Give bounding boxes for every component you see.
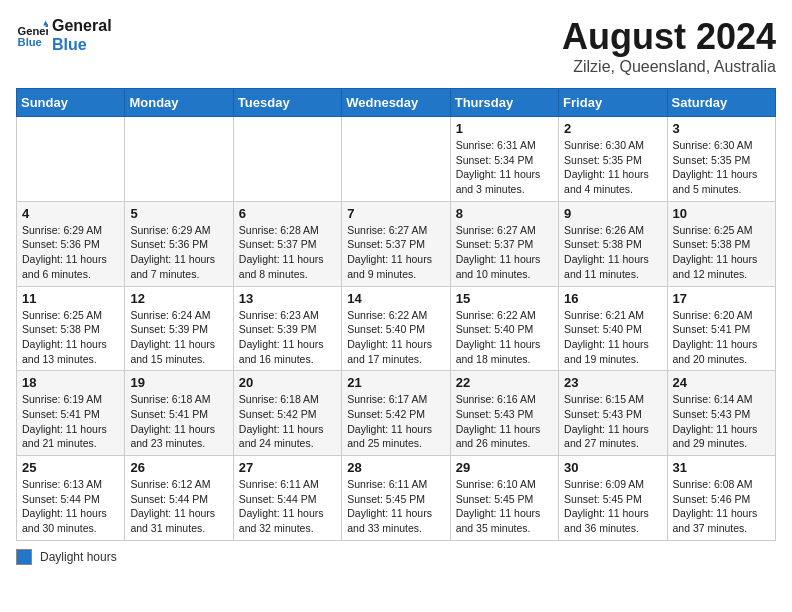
logo: General Blue General Blue — [16, 16, 112, 54]
calendar-cell: 15Sunrise: 6:22 AM Sunset: 5:40 PM Dayli… — [450, 286, 558, 371]
day-number: 15 — [456, 291, 553, 306]
calendar-cell: 29Sunrise: 6:10 AM Sunset: 5:45 PM Dayli… — [450, 456, 558, 541]
day-info: Sunrise: 6:09 AM Sunset: 5:45 PM Dayligh… — [564, 477, 661, 536]
day-info: Sunrise: 6:25 AM Sunset: 5:38 PM Dayligh… — [22, 308, 119, 367]
logo-icon: General Blue — [16, 19, 48, 51]
day-info: Sunrise: 6:14 AM Sunset: 5:43 PM Dayligh… — [673, 392, 770, 451]
day-number: 18 — [22, 375, 119, 390]
day-number: 21 — [347, 375, 444, 390]
day-header-tuesday: Tuesday — [233, 89, 341, 117]
day-info: Sunrise: 6:31 AM Sunset: 5:34 PM Dayligh… — [456, 138, 553, 197]
day-number: 31 — [673, 460, 770, 475]
calendar-week-row: 4Sunrise: 6:29 AM Sunset: 5:36 PM Daylig… — [17, 201, 776, 286]
calendar-cell: 2Sunrise: 6:30 AM Sunset: 5:35 PM Daylig… — [559, 117, 667, 202]
calendar-table: SundayMondayTuesdayWednesdayThursdayFrid… — [16, 88, 776, 541]
calendar-cell — [125, 117, 233, 202]
page-header: General Blue General Blue August 2024 Zi… — [16, 16, 776, 76]
calendar-cell: 11Sunrise: 6:25 AM Sunset: 5:38 PM Dayli… — [17, 286, 125, 371]
calendar-cell: 17Sunrise: 6:20 AM Sunset: 5:41 PM Dayli… — [667, 286, 775, 371]
day-info: Sunrise: 6:10 AM Sunset: 5:45 PM Dayligh… — [456, 477, 553, 536]
calendar-cell: 8Sunrise: 6:27 AM Sunset: 5:37 PM Daylig… — [450, 201, 558, 286]
day-number: 17 — [673, 291, 770, 306]
day-info: Sunrise: 6:08 AM Sunset: 5:46 PM Dayligh… — [673, 477, 770, 536]
day-number: 30 — [564, 460, 661, 475]
logo-text-blue: Blue — [52, 35, 112, 54]
day-info: Sunrise: 6:25 AM Sunset: 5:38 PM Dayligh… — [673, 223, 770, 282]
day-info: Sunrise: 6:30 AM Sunset: 5:35 PM Dayligh… — [673, 138, 770, 197]
day-info: Sunrise: 6:20 AM Sunset: 5:41 PM Dayligh… — [673, 308, 770, 367]
day-info: Sunrise: 6:30 AM Sunset: 5:35 PM Dayligh… — [564, 138, 661, 197]
day-number: 25 — [22, 460, 119, 475]
calendar-cell: 19Sunrise: 6:18 AM Sunset: 5:41 PM Dayli… — [125, 371, 233, 456]
calendar-cell: 6Sunrise: 6:28 AM Sunset: 5:37 PM Daylig… — [233, 201, 341, 286]
month-title: August 2024 — [562, 16, 776, 58]
logo-text-general: General — [52, 16, 112, 35]
day-info: Sunrise: 6:26 AM Sunset: 5:38 PM Dayligh… — [564, 223, 661, 282]
calendar-cell: 25Sunrise: 6:13 AM Sunset: 5:44 PM Dayli… — [17, 456, 125, 541]
day-info: Sunrise: 6:13 AM Sunset: 5:44 PM Dayligh… — [22, 477, 119, 536]
day-number: 28 — [347, 460, 444, 475]
calendar-week-row: 1Sunrise: 6:31 AM Sunset: 5:34 PM Daylig… — [17, 117, 776, 202]
day-info: Sunrise: 6:17 AM Sunset: 5:42 PM Dayligh… — [347, 392, 444, 451]
calendar-cell: 1Sunrise: 6:31 AM Sunset: 5:34 PM Daylig… — [450, 117, 558, 202]
day-info: Sunrise: 6:27 AM Sunset: 5:37 PM Dayligh… — [347, 223, 444, 282]
day-info: Sunrise: 6:29 AM Sunset: 5:36 PM Dayligh… — [22, 223, 119, 282]
day-info: Sunrise: 6:29 AM Sunset: 5:36 PM Dayligh… — [130, 223, 227, 282]
day-number: 23 — [564, 375, 661, 390]
calendar-cell: 9Sunrise: 6:26 AM Sunset: 5:38 PM Daylig… — [559, 201, 667, 286]
day-info: Sunrise: 6:18 AM Sunset: 5:42 PM Dayligh… — [239, 392, 336, 451]
calendar-week-row: 25Sunrise: 6:13 AM Sunset: 5:44 PM Dayli… — [17, 456, 776, 541]
day-number: 24 — [673, 375, 770, 390]
day-info: Sunrise: 6:16 AM Sunset: 5:43 PM Dayligh… — [456, 392, 553, 451]
day-info: Sunrise: 6:18 AM Sunset: 5:41 PM Dayligh… — [130, 392, 227, 451]
calendar-cell — [342, 117, 450, 202]
calendar-cell: 20Sunrise: 6:18 AM Sunset: 5:42 PM Dayli… — [233, 371, 341, 456]
calendar-cell: 22Sunrise: 6:16 AM Sunset: 5:43 PM Dayli… — [450, 371, 558, 456]
day-info: Sunrise: 6:22 AM Sunset: 5:40 PM Dayligh… — [347, 308, 444, 367]
day-info: Sunrise: 6:15 AM Sunset: 5:43 PM Dayligh… — [564, 392, 661, 451]
calendar-cell: 26Sunrise: 6:12 AM Sunset: 5:44 PM Dayli… — [125, 456, 233, 541]
day-header-monday: Monday — [125, 89, 233, 117]
day-info: Sunrise: 6:19 AM Sunset: 5:41 PM Dayligh… — [22, 392, 119, 451]
day-number: 2 — [564, 121, 661, 136]
day-number: 12 — [130, 291, 227, 306]
calendar-cell: 27Sunrise: 6:11 AM Sunset: 5:44 PM Dayli… — [233, 456, 341, 541]
calendar-cell: 12Sunrise: 6:24 AM Sunset: 5:39 PM Dayli… — [125, 286, 233, 371]
day-number: 29 — [456, 460, 553, 475]
day-number: 19 — [130, 375, 227, 390]
calendar-cell: 24Sunrise: 6:14 AM Sunset: 5:43 PM Dayli… — [667, 371, 775, 456]
day-info: Sunrise: 6:22 AM Sunset: 5:40 PM Dayligh… — [456, 308, 553, 367]
calendar-week-row: 11Sunrise: 6:25 AM Sunset: 5:38 PM Dayli… — [17, 286, 776, 371]
day-number: 11 — [22, 291, 119, 306]
calendar-cell: 7Sunrise: 6:27 AM Sunset: 5:37 PM Daylig… — [342, 201, 450, 286]
calendar-cell: 10Sunrise: 6:25 AM Sunset: 5:38 PM Dayli… — [667, 201, 775, 286]
location: Zilzie, Queensland, Australia — [562, 58, 776, 76]
day-number: 9 — [564, 206, 661, 221]
calendar-cell — [17, 117, 125, 202]
calendar-cell: 21Sunrise: 6:17 AM Sunset: 5:42 PM Dayli… — [342, 371, 450, 456]
day-info: Sunrise: 6:23 AM Sunset: 5:39 PM Dayligh… — [239, 308, 336, 367]
day-header-sunday: Sunday — [17, 89, 125, 117]
day-header-saturday: Saturday — [667, 89, 775, 117]
calendar-cell: 4Sunrise: 6:29 AM Sunset: 5:36 PM Daylig… — [17, 201, 125, 286]
day-info: Sunrise: 6:24 AM Sunset: 5:39 PM Dayligh… — [130, 308, 227, 367]
day-number: 5 — [130, 206, 227, 221]
calendar-cell: 28Sunrise: 6:11 AM Sunset: 5:45 PM Dayli… — [342, 456, 450, 541]
day-number: 27 — [239, 460, 336, 475]
svg-text:General: General — [18, 25, 48, 37]
day-header-thursday: Thursday — [450, 89, 558, 117]
day-info: Sunrise: 6:28 AM Sunset: 5:37 PM Dayligh… — [239, 223, 336, 282]
day-number: 4 — [22, 206, 119, 221]
calendar-header-row: SundayMondayTuesdayWednesdayThursdayFrid… — [17, 89, 776, 117]
day-number: 20 — [239, 375, 336, 390]
title-block: August 2024 Zilzie, Queensland, Australi… — [562, 16, 776, 76]
calendar-cell: 30Sunrise: 6:09 AM Sunset: 5:45 PM Dayli… — [559, 456, 667, 541]
calendar-cell: 3Sunrise: 6:30 AM Sunset: 5:35 PM Daylig… — [667, 117, 775, 202]
day-number: 16 — [564, 291, 661, 306]
calendar-cell: 13Sunrise: 6:23 AM Sunset: 5:39 PM Dayli… — [233, 286, 341, 371]
day-info: Sunrise: 6:21 AM Sunset: 5:40 PM Dayligh… — [564, 308, 661, 367]
legend-label: Daylight hours — [40, 550, 117, 564]
calendar-cell: 16Sunrise: 6:21 AM Sunset: 5:40 PM Dayli… — [559, 286, 667, 371]
calendar-cell: 5Sunrise: 6:29 AM Sunset: 5:36 PM Daylig… — [125, 201, 233, 286]
day-number: 14 — [347, 291, 444, 306]
